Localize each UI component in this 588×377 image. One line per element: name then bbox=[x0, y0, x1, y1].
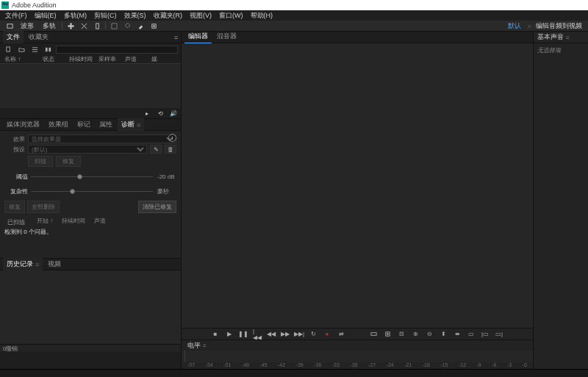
tab-diagnostics[interactable]: 诊断 ≡ bbox=[118, 118, 144, 131]
rewind-button[interactable]: ◀◀ bbox=[267, 331, 276, 338]
import-icon[interactable] bbox=[29, 45, 40, 54]
svg-rect-6 bbox=[45, 47, 47, 51]
files-panel-menu-icon[interactable]: ≡ bbox=[174, 34, 178, 41]
scan-button[interactable]: 扫描 bbox=[28, 156, 53, 167]
marquee-tool-icon[interactable] bbox=[109, 22, 119, 30]
info-icon[interactable]: i bbox=[168, 134, 176, 142]
tab-effects-rack[interactable]: 效果组 bbox=[45, 118, 72, 131]
tab-essential-sound[interactable]: 基本声音 bbox=[537, 32, 564, 42]
tab-markers[interactable]: 标记 bbox=[74, 118, 94, 131]
razor-tool-icon[interactable] bbox=[79, 22, 89, 30]
tab-history[interactable]: 历史记录 ≡ bbox=[3, 258, 43, 270]
files-search-input[interactable] bbox=[56, 46, 178, 54]
col-scanned: 已扫描 bbox=[4, 217, 28, 228]
history-list[interactable] bbox=[0, 270, 181, 344]
new-file-icon[interactable] bbox=[3, 45, 13, 54]
menu-multitrack[interactable]: 多轨(M) bbox=[60, 11, 91, 21]
lasso-tool-icon[interactable] bbox=[122, 22, 132, 30]
col-duration2[interactable]: 持续时间 bbox=[57, 217, 85, 228]
insert-icon[interactable] bbox=[43, 45, 53, 54]
stop-button[interactable]: ■ bbox=[211, 331, 220, 338]
open-file-button[interactable] bbox=[4, 22, 15, 30]
zoom-amp-in-icon[interactable]: ⬍ bbox=[439, 331, 448, 338]
tab-media-browser[interactable]: 媒体浏览器 bbox=[3, 118, 43, 131]
zoom-out-icon[interactable]: ⊟ bbox=[397, 331, 406, 338]
tab-levels[interactable]: 电平 ≡ bbox=[184, 340, 209, 351]
menu-clip[interactable]: 剪辑(C) bbox=[90, 11, 121, 21]
tab-editor[interactable]: 编辑器 bbox=[184, 30, 212, 44]
col-samplerate[interactable]: 采样率 bbox=[97, 55, 123, 63]
skip-select-button[interactable]: ⇄ bbox=[337, 331, 345, 338]
zoom-in-point-icon[interactable]: |▭ bbox=[481, 331, 490, 338]
repair-button[interactable]: 修复 bbox=[56, 156, 81, 167]
fix-selected-button[interactable]: 修复 bbox=[4, 201, 25, 213]
editor-canvas[interactable] bbox=[182, 43, 533, 328]
menu-window[interactable]: 窗口(W) bbox=[215, 11, 247, 21]
multitrack-mode-button[interactable]: 多轨 bbox=[40, 21, 59, 31]
complexity-thumb[interactable] bbox=[70, 189, 75, 194]
col-channel[interactable]: 声道 bbox=[90, 217, 106, 228]
hud-tool-icon[interactable] bbox=[92, 22, 102, 30]
forward-button[interactable]: ▶▶ bbox=[281, 331, 290, 338]
play-preview-icon[interactable]: ▸ bbox=[143, 109, 151, 117]
zoom-full-icon[interactable] bbox=[369, 331, 378, 338]
level-meter[interactable] bbox=[182, 351, 533, 362]
preset-delete-icon[interactable]: 🗑 bbox=[165, 145, 176, 154]
col-channels[interactable]: 声道 bbox=[123, 55, 150, 63]
workspace-default-link[interactable]: 默认 bbox=[505, 21, 524, 31]
menu-edit[interactable]: 编辑(E) bbox=[31, 11, 60, 21]
tab-video[interactable]: 视频 bbox=[44, 258, 65, 270]
skip-forward-button[interactable]: ▶▶| bbox=[295, 331, 304, 338]
menu-file[interactable]: 文件(F) bbox=[1, 11, 31, 21]
zoom-out-point-icon[interactable]: ▭| bbox=[495, 331, 503, 338]
menu-view[interactable]: 视图(V) bbox=[186, 11, 215, 21]
tab-files[interactable]: 文件 bbox=[3, 31, 24, 43]
tab-favorites[interactable]: 收藏夹 bbox=[25, 31, 52, 43]
level-playhead bbox=[184, 351, 185, 362]
threshold-slider[interactable] bbox=[31, 176, 153, 177]
menu-favorites[interactable]: 收藏夹(R) bbox=[150, 11, 187, 21]
loop-preview-icon[interactable]: ⟲ bbox=[156, 109, 165, 117]
complexity-slider[interactable] bbox=[31, 191, 153, 192]
col-status[interactable]: 状态 bbox=[41, 55, 68, 63]
loop-button[interactable]: ↻ bbox=[309, 331, 318, 338]
menu-effects[interactable]: 效果(S) bbox=[121, 11, 150, 21]
delete-all-button[interactable]: 全部删除 bbox=[27, 201, 60, 213]
skip-back-button[interactable]: |◀◀ bbox=[253, 331, 262, 338]
tab-properties[interactable]: 属性 bbox=[96, 118, 116, 131]
tab-mixer[interactable]: 混音器 bbox=[213, 30, 240, 44]
col-start[interactable]: 开始 ↑ bbox=[32, 217, 53, 228]
zoom-time-in-icon[interactable]: ⊕ bbox=[411, 331, 420, 338]
edit-audio-to-video-button[interactable]: 编辑音频到视频 bbox=[534, 21, 584, 31]
play-button[interactable]: ▶ bbox=[225, 331, 234, 338]
files-list[interactable] bbox=[0, 64, 181, 108]
threshold-label: 阈值 bbox=[4, 173, 28, 181]
svg-rect-7 bbox=[49, 47, 51, 51]
move-tool-icon[interactable] bbox=[65, 22, 76, 30]
open-folder-icon[interactable] bbox=[16, 45, 26, 54]
zoom-in-icon[interactable] bbox=[383, 331, 392, 338]
brush-tool-icon[interactable] bbox=[135, 22, 146, 30]
zoom-time-out-icon[interactable]: ⊖ bbox=[425, 331, 434, 338]
record-button[interactable]: ● bbox=[323, 331, 331, 338]
pause-button[interactable]: ❚❚ bbox=[239, 331, 248, 338]
preset-select[interactable]: (默认) bbox=[28, 145, 147, 154]
clear-repaired-button[interactable]: 清除已修复 bbox=[138, 201, 176, 213]
col-more[interactable]: 媒 bbox=[150, 55, 178, 63]
auto-play-icon[interactable]: 🔊 bbox=[169, 109, 178, 117]
threshold-thumb[interactable] bbox=[77, 174, 82, 179]
waveform-mode-button[interactable]: 波形 bbox=[18, 21, 37, 31]
preset-save-icon[interactable]: ✎ bbox=[150, 145, 162, 154]
zoom-amp-out-icon[interactable]: ⬌ bbox=[453, 331, 462, 338]
zoom-selection-icon[interactable]: ▭ bbox=[467, 331, 476, 338]
essential-sound-no-selection: 无选择项 bbox=[534, 43, 588, 57]
files-search[interactable] bbox=[56, 45, 178, 54]
col-name[interactable]: 名称 ↑ bbox=[3, 55, 41, 63]
files-header: 名称 ↑ 状态 持续时间 采样率 声道 媒 bbox=[0, 55, 181, 64]
undo-footer: 0撤销 bbox=[0, 344, 181, 352]
col-duration[interactable]: 持续时间 bbox=[68, 55, 97, 63]
menu-help[interactable]: 帮助(H) bbox=[247, 11, 277, 21]
effect-select[interactable]: 选择效果器 bbox=[28, 134, 176, 143]
editor-tabs: 编辑器 混音器 bbox=[182, 32, 533, 43]
spot-heal-tool-icon[interactable] bbox=[148, 22, 159, 30]
